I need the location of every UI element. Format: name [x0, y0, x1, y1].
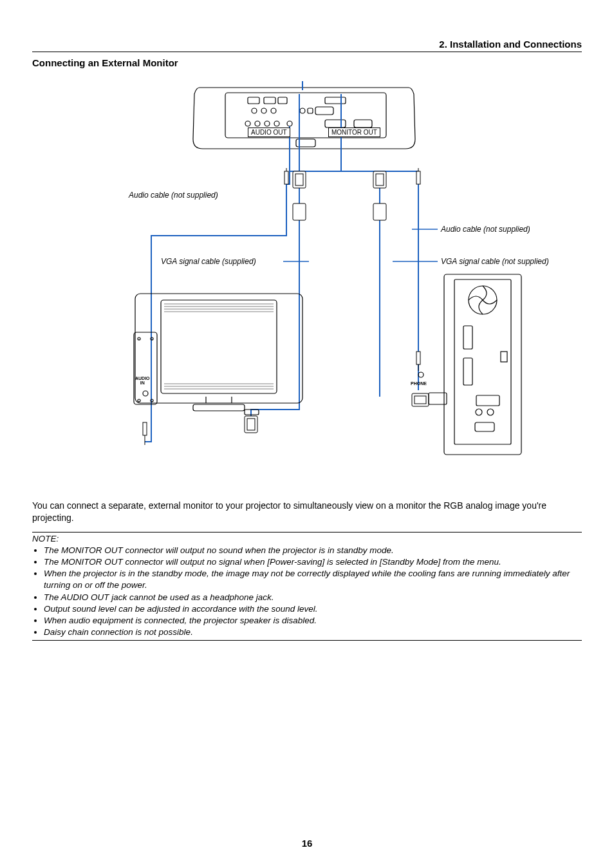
svg-rect-1: [248, 97, 259, 104]
svg-rect-21: [416, 171, 420, 184]
audio-cable-left-label: Audio cable (not supplied): [129, 191, 218, 200]
svg-rect-31: [293, 203, 306, 220]
svg-rect-4: [325, 97, 346, 104]
svg-rect-57: [463, 326, 472, 349]
note-heading: NOTE:: [32, 534, 582, 543]
svg-point-51: [138, 399, 140, 402]
note-item: Daisy chain connection is not possible.: [44, 627, 582, 638]
vga-not-supplied-label: VGA signal cable (not supplied): [441, 257, 549, 266]
svg-rect-37: [135, 294, 302, 403]
svg-rect-16: [325, 120, 346, 127]
svg-point-5: [252, 108, 257, 113]
svg-rect-38: [161, 300, 277, 393]
header-rule: 2. Installation and Connections: [32, 39, 582, 52]
svg-rect-3: [278, 97, 287, 104]
svg-point-8: [300, 108, 305, 113]
svg-point-11: [245, 121, 250, 126]
svg-rect-34: [247, 419, 255, 430]
vga-supplied-label: VGA signal cable (supplied): [161, 257, 256, 266]
svg-rect-58: [463, 358, 472, 385]
note-item: The MONITOR OUT connector will output no…: [44, 556, 582, 568]
svg-rect-47: [134, 332, 157, 404]
chapter-title: 2. Installation and Connections: [439, 39, 582, 50]
note-block: NOTE: The MONITOR OUT connector will out…: [32, 532, 582, 641]
monitor-out-label: MONITOR OUT: [328, 127, 380, 137]
svg-rect-30: [376, 174, 384, 185]
svg-rect-10: [315, 107, 333, 115]
pc-phone-label: PHONE: [411, 381, 427, 386]
svg-point-14: [274, 121, 279, 126]
svg-point-15: [287, 121, 292, 126]
svg-rect-46: [193, 404, 245, 411]
svg-rect-60: [476, 395, 499, 406]
svg-point-12: [255, 121, 260, 126]
note-list: The MONITOR OUT connector will output no…: [32, 545, 582, 639]
monitor-audio-in-label: AUDIO IN: [135, 376, 150, 385]
note-item: When audio equipment is connected, the p…: [44, 615, 582, 627]
note-item: Output sound level can be adjusted in ac…: [44, 603, 582, 615]
svg-rect-28: [295, 174, 303, 185]
svg-rect-36: [414, 396, 426, 404]
svg-point-62: [487, 409, 494, 415]
audio-out-label: AUDIO OUT: [248, 127, 290, 137]
svg-point-61: [476, 409, 482, 415]
page: 2. Installation and Connections Connecti…: [0, 0, 614, 868]
note-item: When the projector is in the standby mod…: [44, 568, 582, 591]
audio-cable-right-label: Audio cable (not supplied): [441, 225, 530, 234]
svg-rect-59: [501, 352, 507, 362]
page-number: 16: [0, 838, 614, 849]
svg-point-6: [261, 108, 266, 113]
svg-rect-19: [284, 171, 288, 184]
svg-point-48: [138, 337, 140, 340]
svg-rect-54: [444, 274, 521, 455]
svg-rect-63: [475, 422, 494, 431]
svg-rect-32: [373, 203, 386, 220]
svg-rect-9: [308, 108, 313, 113]
note-item: The AUDIO OUT jack cannot be used as a h…: [44, 592, 582, 603]
svg-point-13: [265, 121, 270, 126]
diagram-svg: [32, 75, 582, 474]
svg-rect-23: [143, 422, 147, 435]
svg-point-50: [143, 391, 148, 396]
connection-diagram: AUDIO OUT MONITOR OUT Audio cable (not s…: [32, 75, 582, 474]
section-title: Connecting an External Monitor: [32, 57, 582, 68]
svg-point-7: [271, 108, 276, 113]
note-item: The MONITOR OUT connector will output no…: [44, 545, 582, 556]
svg-point-65: [418, 372, 423, 377]
intro-paragraph: You can connect a separate, external mon…: [32, 500, 582, 524]
svg-rect-25: [416, 352, 420, 364]
svg-rect-2: [264, 97, 275, 104]
svg-rect-17: [354, 120, 372, 127]
